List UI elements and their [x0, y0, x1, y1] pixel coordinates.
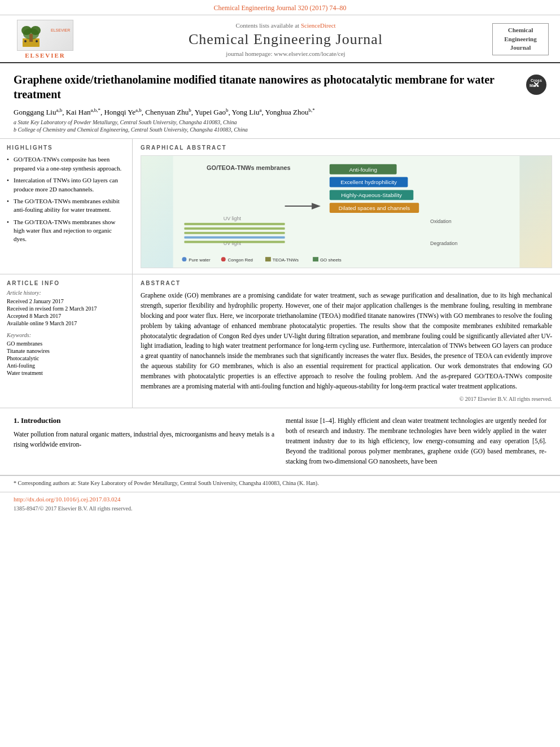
- svg-point-6: [24, 40, 27, 42]
- article-info-col: ARTICLE INFO Article history: Received 2…: [0, 274, 133, 408]
- keywords-section: Keywords: GO membranes Titanate nanowire…: [7, 332, 125, 376]
- graphical-abstract-header: GRAPHICAL ABSTRACT: [141, 145, 552, 151]
- sciencedirect-link: Contents lists available at ScienceDirec…: [79, 22, 492, 29]
- author-chenyuan: Chenyuan Zhu: [145, 108, 189, 116]
- svg-point-3: [21, 26, 32, 35]
- svg-point-33: [182, 257, 186, 262]
- doi-section: http://dx.doi.org/10.1016/j.cej.2017.03.…: [0, 492, 560, 515]
- history-accepted: Accepted 8 March 2017: [7, 313, 125, 319]
- elsevier-label: ELSEVIER: [25, 52, 65, 59]
- elsevier-logo: ELSEVIER ELSEVIER: [11, 20, 79, 59]
- graphical-abstract-col: GRAPHICAL ABSTRACT GO/TEOA-TNWs membrane…: [133, 139, 560, 274]
- svg-point-7: [36, 40, 38, 42]
- crossmark-icon: ✕ Cross Mark: [526, 75, 546, 95]
- svg-rect-5: [29, 34, 33, 42]
- header-left: ELSEVIER ELSEVIER: [11, 20, 79, 59]
- keyword-4: Anti-fouling: [7, 362, 125, 369]
- svg-text:Anti-fouling: Anti-fouling: [349, 167, 377, 173]
- svg-rect-39: [313, 257, 318, 262]
- author-yupei: Yupei Gao: [195, 108, 226, 116]
- author-yonghua: Yonghua Zhou: [265, 108, 308, 116]
- article-title: Graphene oxide/triethanolamine modified …: [14, 72, 546, 102]
- intro-right: mental issue [1–4]. Highly efficient and…: [286, 416, 546, 466]
- author-hongqi: Hongqi Ye: [104, 108, 135, 116]
- svg-rect-27: [184, 228, 285, 230]
- svg-text:GO sheets: GO sheets: [320, 257, 342, 263]
- svg-text:Mark: Mark: [530, 84, 539, 88]
- svg-text:Cross: Cross: [531, 78, 542, 82]
- highlights-header: HIGHLIGHTS: [7, 145, 125, 151]
- article-title-section: ✕ Cross Mark Graphene oxide/triethanolam…: [0, 63, 560, 139]
- keyword-1: GO membranes: [7, 340, 125, 347]
- svg-text:UV light: UV light: [224, 216, 242, 221]
- author-gonggang: Gonggang Liu: [14, 108, 56, 116]
- svg-rect-8: [51, 24, 68, 47]
- svg-text:ELSEVIER: ELSEVIER: [51, 28, 70, 32]
- svg-rect-28: [184, 232, 285, 234]
- graphical-abstract-svg: GO/TEOA-TNWs membranes Anti-fouling Exce…: [141, 156, 552, 268]
- abstract-text: Graphene oxide (GO) membranes are a prom…: [141, 291, 552, 391]
- history-received: Received 2 January 2017: [7, 298, 125, 304]
- highlight-item-4: The GO/TEOA-TNWs membranes show high wat…: [7, 218, 125, 244]
- abstract-col: ABSTRACT Graphene oxide (GO) membranes a…: [133, 274, 560, 408]
- keyword-2: Titanate nanowires: [7, 348, 125, 354]
- journal-box: Chemical Engineering Journal: [492, 23, 549, 55]
- affil-1: a State Key Laboratory of Powder Metallu…: [14, 119, 546, 125]
- svg-text:Dilated spaces and channels: Dilated spaces and channels: [339, 205, 410, 211]
- svg-rect-37: [265, 257, 271, 262]
- svg-text:Highly-Aqueous-Stability: Highly-Aqueous-Stability: [341, 193, 402, 199]
- svg-text:GO/TEOA-TNWs membranes: GO/TEOA-TNWs membranes: [207, 164, 291, 171]
- intro-left: 1. Introduction Water pollution from nat…: [14, 416, 274, 466]
- keywords-label: Keywords:: [7, 332, 125, 338]
- header-right: Chemical Engineering Journal: [492, 23, 549, 55]
- header-center: Contents lists available at ScienceDirec…: [79, 22, 492, 57]
- highlights-graphical-row: HIGHLIGHTS GO/TEOA-TNWs composite has be…: [0, 139, 560, 274]
- highlight-item-1: GO/TEOA-TNWs composite has been prepared…: [7, 155, 125, 173]
- top-bar: Chemical Engineering Journal 320 (2017) …: [0, 0, 560, 15]
- svg-point-4: [30, 26, 41, 35]
- svg-text:Congon Red: Congon Red: [228, 257, 253, 263]
- article-info-abstract-row: ARTICLE INFO Article history: Received 2…: [0, 274, 560, 408]
- intro-left-text: Water pollution from natural organic mat…: [14, 430, 274, 450]
- footnote-section: * Corresponding authors at: State Key La…: [0, 475, 560, 492]
- history-label: Article history:: [7, 290, 125, 296]
- copyright: © 2017 Elsevier B.V. All rights reserved…: [141, 396, 552, 402]
- svg-text:Degradation: Degradation: [430, 241, 458, 247]
- svg-point-35: [221, 257, 226, 262]
- journal-citation-link[interactable]: Chemical Engineering Journal 320 (2017) …: [214, 4, 347, 12]
- keyword-3: Photocatalytic: [7, 355, 125, 361]
- section-title: 1. Introduction: [14, 416, 274, 425]
- author-kai: Kai Han: [66, 108, 91, 116]
- svg-rect-26: [184, 223, 285, 225]
- author-yong: Yong Liu: [232, 108, 260, 116]
- footnote-text: * Corresponding authors at: State Key La…: [14, 479, 546, 487]
- svg-text:Pure water: Pure water: [189, 257, 211, 263]
- svg-rect-29: [184, 237, 285, 239]
- elsevier-image: ELSEVIER: [17, 20, 73, 51]
- highlights-col: HIGHLIGHTS GO/TEOA-TNWs composite has be…: [0, 139, 133, 274]
- history-revised: Received in revised form 2 March 2017: [7, 305, 125, 312]
- elsevier-tree-svg: ELSEVIER: [20, 21, 71, 50]
- journal-title: Chemical Engineering Journal: [79, 31, 492, 48]
- svg-text:Oxidation: Oxidation: [430, 219, 452, 224]
- keyword-5: Water treatment: [7, 370, 125, 376]
- affil-2: b College of Chemistry and Chemical Engi…: [14, 126, 546, 133]
- doi-link[interactable]: http://dx.doi.org/10.1016/j.cej.2017.03.…: [14, 496, 121, 503]
- article-info-title: ARTICLE INFO: [7, 280, 125, 286]
- highlight-item-3: The GO/TEOA-TNWs membranes exhibit anti-…: [7, 197, 125, 215]
- highlight-item-2: Intercalation of TNWs into GO layers can…: [7, 176, 125, 194]
- svg-rect-30: [184, 241, 285, 243]
- crossmark[interactable]: ✕ Cross Mark: [526, 75, 546, 95]
- svg-text:Excellent hydrophilicity: Excellent hydrophilicity: [340, 180, 397, 186]
- journal-homepage: journal homepage: www.elsevier.com/locat…: [79, 50, 492, 57]
- crossmark-svg: ✕ Cross Mark: [526, 75, 546, 95]
- affiliations: a State Key Laboratory of Powder Metallu…: [14, 119, 546, 133]
- history-online: Available online 9 March 2017: [7, 320, 125, 326]
- highlights-list: GO/TEOA-TNWs composite has been prepared…: [7, 155, 125, 244]
- svg-text:TEOA-TNWs: TEOA-TNWs: [273, 257, 299, 263]
- sciencedirect-anchor[interactable]: ScienceDirect: [301, 22, 336, 29]
- issn-text: 1385-8947/© 2017 Elsevier B.V. All right…: [14, 505, 132, 512]
- intro-right-text: mental issue [1–4]. Highly efficient and…: [286, 416, 546, 466]
- introduction-section: 1. Introduction Water pollution from nat…: [0, 408, 560, 474]
- graphical-abstract-image: GO/TEOA-TNWs membranes Anti-fouling Exce…: [141, 155, 552, 268]
